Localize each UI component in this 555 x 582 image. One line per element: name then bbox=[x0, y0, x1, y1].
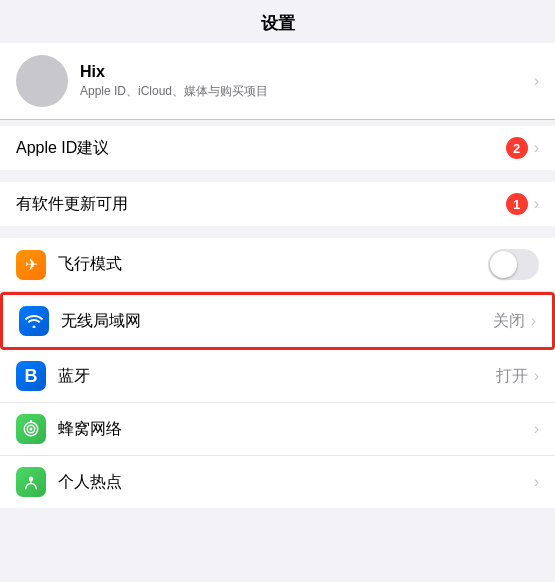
airplane-toggle[interactable] bbox=[488, 249, 539, 280]
suggestions-label: Apple ID建议 bbox=[16, 138, 109, 159]
page-title: 设置 bbox=[0, 0, 555, 43]
hotspot-item[interactable]: 个人热点 › bbox=[0, 456, 555, 508]
wifi-label: 无线局域网 bbox=[61, 311, 141, 332]
wifi-item[interactable]: 无线局域网 关闭 › bbox=[3, 295, 552, 347]
apple-id-subtitle: Apple ID、iCloud、媒体与购买项目 bbox=[80, 83, 268, 100]
item-right: 1 › bbox=[506, 193, 539, 215]
apple-id-name: Hix bbox=[80, 63, 268, 81]
suggestions-badge: 2 bbox=[506, 137, 528, 159]
item-left: 蜂窝网络 bbox=[16, 414, 122, 444]
apple-id-left: Hix Apple ID、iCloud、媒体与购买项目 bbox=[16, 55, 268, 107]
item-left: Apple ID建议 bbox=[16, 138, 109, 159]
wifi-icon bbox=[19, 306, 49, 336]
item-left: 有软件更新可用 bbox=[16, 194, 128, 215]
item-left: ✈ 飞行模式 bbox=[16, 250, 122, 280]
bluetooth-label: 蓝牙 bbox=[58, 366, 90, 387]
apple-id-text: Hix Apple ID、iCloud、媒体与购买项目 bbox=[80, 63, 268, 100]
item-right: › bbox=[534, 473, 539, 491]
chevron-right-icon: › bbox=[534, 367, 539, 385]
chevron-right-icon: › bbox=[534, 420, 539, 438]
chevron-right-icon: › bbox=[534, 195, 539, 213]
item-left: B 蓝牙 bbox=[16, 361, 90, 391]
chevron-right-icon: › bbox=[534, 72, 539, 90]
wifi-highlight-wrapper: 无线局域网 关闭 › bbox=[0, 292, 555, 350]
item-right: 2 › bbox=[506, 137, 539, 159]
bluetooth-value: 打开 bbox=[496, 366, 528, 387]
item-right: › bbox=[534, 420, 539, 438]
toggle-knob bbox=[490, 251, 517, 278]
airplane-mode-item[interactable]: ✈ 飞行模式 bbox=[0, 238, 555, 292]
item-right: 打开 › bbox=[496, 366, 539, 387]
svg-point-2 bbox=[30, 428, 33, 431]
hotspot-icon bbox=[16, 467, 46, 497]
hotspot-label: 个人热点 bbox=[58, 472, 122, 493]
airplane-icon: ✈ bbox=[16, 250, 46, 280]
bluetooth-icon: B bbox=[16, 361, 46, 391]
cellular-item[interactable]: 蜂窝网络 › bbox=[0, 403, 555, 456]
chevron-right-icon: › bbox=[534, 139, 539, 157]
airplane-label: 飞行模式 bbox=[58, 254, 122, 275]
item-left: 个人热点 bbox=[16, 467, 122, 497]
wifi-value: 关闭 bbox=[493, 311, 525, 332]
item-left: 无线局域网 bbox=[19, 306, 141, 336]
software-update-item[interactable]: 有软件更新可用 1 › bbox=[0, 182, 555, 226]
item-right bbox=[488, 249, 539, 280]
cellular-icon bbox=[16, 414, 46, 444]
update-badge: 1 bbox=[506, 193, 528, 215]
avatar bbox=[16, 55, 68, 107]
suggestions-section: Apple ID建议 2 › bbox=[0, 126, 555, 170]
connectivity-section: ✈ 飞行模式 无线局域网 关闭 › bbox=[0, 238, 555, 508]
apple-id-section[interactable]: Hix Apple ID、iCloud、媒体与购买项目 › bbox=[0, 43, 555, 120]
update-label: 有软件更新可用 bbox=[16, 194, 128, 215]
cellular-label: 蜂窝网络 bbox=[58, 419, 122, 440]
bluetooth-item[interactable]: B 蓝牙 打开 › bbox=[0, 350, 555, 403]
item-right: 关闭 › bbox=[493, 311, 536, 332]
chevron-right-icon: › bbox=[534, 473, 539, 491]
apple-id-suggestions-item[interactable]: Apple ID建议 2 › bbox=[0, 126, 555, 170]
svg-point-5 bbox=[30, 476, 32, 478]
chevron-right-icon: › bbox=[531, 312, 536, 330]
update-section: 有软件更新可用 1 › bbox=[0, 182, 555, 226]
